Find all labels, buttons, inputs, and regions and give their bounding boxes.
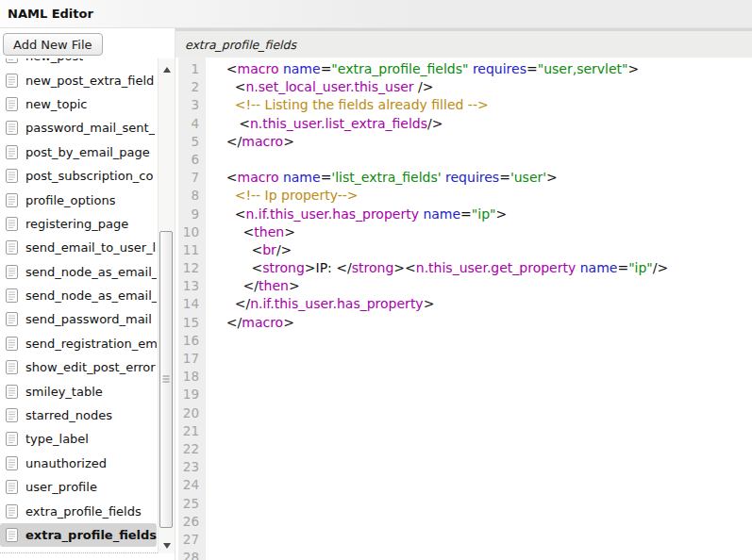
code-line: </macro> <box>209 314 752 332</box>
code-line: <!-- Ip property--> <box>209 187 752 205</box>
file-list-item[interactable]: send_email_to_user_l <box>0 236 157 259</box>
line-number: 20 <box>178 404 206 422</box>
file-icon <box>6 432 18 446</box>
line-number: 19 <box>178 386 206 404</box>
file-name-label: registering_page <box>25 217 128 231</box>
file-list-item[interactable]: extra_profile_fields <box>0 523 157 547</box>
code-line <box>209 368 752 386</box>
line-number: 25 <box>178 495 206 513</box>
code-line <box>209 422 752 440</box>
scrollbar-grip-icon <box>163 375 170 384</box>
scroll-up-icon[interactable] <box>163 67 171 73</box>
file-icon <box>6 217 18 231</box>
file-list-item[interactable]: send_node_as_email_ <box>0 260 157 284</box>
file-name-label: user_profile <box>25 480 97 494</box>
file-list-item[interactable]: new_post_extra_field <box>0 68 157 91</box>
file-list-item[interactable]: send_password_mail <box>0 307 157 331</box>
code-line <box>209 513 752 531</box>
file-icon <box>6 337 18 351</box>
code-line: </macro> <box>209 133 752 151</box>
file-list-item[interactable]: extra_profile_fields <box>0 499 157 522</box>
line-number: 1 <box>178 60 206 78</box>
file-name-label: new_post_extra_field <box>25 74 154 88</box>
code-line <box>209 458 752 476</box>
file-icon <box>6 169 18 183</box>
line-number: 18 <box>178 368 206 386</box>
line-number: 2 <box>178 78 206 96</box>
file-list-item[interactable]: send_registration_em <box>0 332 157 355</box>
file-icon <box>6 121 18 135</box>
file-list: new_postnew_post_extra_fieldnew_topicpas… <box>0 58 157 552</box>
file-list-bottom-border <box>0 552 175 553</box>
line-number: 28 <box>178 549 206 560</box>
file-name-label: unauthorized <box>25 456 107 470</box>
file-icon <box>6 385 18 399</box>
code-line <box>209 350 752 368</box>
file-name-label: smiley_table <box>25 385 103 399</box>
code-line: </n.if.this_user.has_property> <box>209 295 752 313</box>
file-list-item[interactable]: unauthorized <box>0 452 157 475</box>
file-list-item[interactable]: type_label <box>0 427 157 451</box>
code-line <box>209 332 752 350</box>
file-list-item[interactable]: registering_page <box>0 212 157 236</box>
file-list-item[interactable]: user_profile <box>0 475 157 499</box>
file-name-label: send_node_as_email_ <box>25 288 157 303</box>
file-list-item[interactable]: new_topic <box>0 92 157 116</box>
code-line: <n.set_local_user.this_user /> <box>209 78 752 96</box>
code-editor[interactable]: 1234567891011121314151617181920212223242… <box>175 58 752 560</box>
line-number: 9 <box>178 206 206 223</box>
file-icon <box>6 288 18 303</box>
line-number: 21 <box>178 422 206 440</box>
code-line <box>209 404 752 422</box>
scrollbar-thumb[interactable] <box>159 231 173 528</box>
file-list-item[interactable]: profile_options <box>0 188 157 211</box>
code-line: <br/> <box>209 241 752 259</box>
file-list-scrollbar[interactable] <box>158 58 175 553</box>
file-list-item[interactable]: smiley_table <box>0 379 157 403</box>
file-name-label: new_post <box>25 58 83 63</box>
file-icon <box>6 193 18 207</box>
line-number: 23 <box>178 458 206 476</box>
titlebar: NAML Editor <box>0 0 752 28</box>
file-icon <box>6 58 18 63</box>
add-new-file-button[interactable]: Add New File <box>3 33 103 56</box>
file-name-label: extra_profile_fields <box>25 504 142 519</box>
line-number: 16 <box>178 332 206 350</box>
scroll-down-icon[interactable] <box>163 543 171 549</box>
editor-header: extra_profile_fields <box>175 28 752 58</box>
file-list-item[interactable]: post_by_email_page <box>0 140 157 164</box>
file-icon <box>6 504 18 519</box>
line-number-gutter: 1234567891011121314151617181920212223242… <box>178 58 206 560</box>
code-line <box>209 495 752 513</box>
file-name-label: show_edit_post_error <box>25 360 156 374</box>
file-name-label: starred_nodes <box>25 408 112 422</box>
code-line: <!-- Listing the fields already filled -… <box>209 96 752 114</box>
file-name-label: send_registration_em <box>25 337 157 351</box>
naml-editor-window: NAML Editor Add New File new_postnew_pos… <box>0 0 752 560</box>
app-title: NAML Editor <box>8 7 93 21</box>
file-list-item[interactable]: new_post <box>0 58 157 68</box>
file-icon <box>6 528 18 542</box>
file-list-item[interactable]: send_node_as_email_ <box>0 284 157 307</box>
code-line: <strong>IP: </strong><n.this_user.get_pr… <box>209 259 752 277</box>
line-number: 12 <box>178 259 206 277</box>
file-icon <box>6 312 18 326</box>
file-list-item[interactable]: show_edit_post_error <box>0 355 157 379</box>
code-line: <then> <box>209 223 752 241</box>
code-line: <n.if.this_user.has_property name="ip"> <box>209 206 752 223</box>
file-name-label: send_node_as_email_ <box>25 265 157 279</box>
editor-panel: extra_profile_fields 1234567891011121314… <box>175 28 752 560</box>
file-name-label: password_mail_sent_ <box>25 121 155 135</box>
code-line: <macro name='list_extra_fields' requires… <box>209 169 752 187</box>
code-line <box>209 151 752 169</box>
code-content: <macro name="extra_profile_fields" requi… <box>209 58 752 560</box>
file-icon <box>6 145 18 159</box>
code-line: </then> <box>209 277 752 295</box>
file-list-item[interactable]: post_subscription_co <box>0 164 157 188</box>
file-list-item[interactable]: password_mail_sent_ <box>0 116 157 140</box>
line-number: 7 <box>178 169 206 187</box>
line-number: 24 <box>178 476 206 494</box>
file-name-label: new_topic <box>25 97 87 111</box>
file-list-item[interactable]: starred_nodes <box>0 404 157 427</box>
line-number: 14 <box>178 295 206 313</box>
